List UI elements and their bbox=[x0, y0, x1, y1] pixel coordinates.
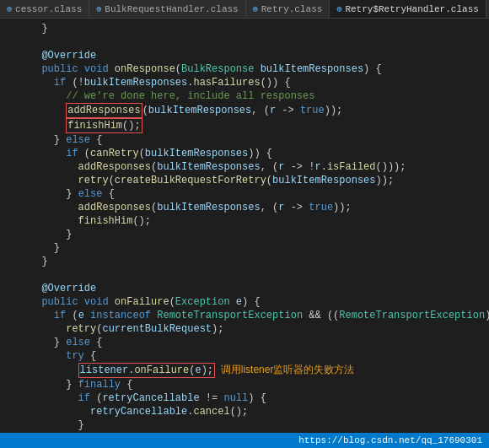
line-code: } finally { bbox=[30, 378, 489, 391]
code-line-addresponses3: addResponses(bulkItemResponses, (r -> tr… bbox=[0, 201, 489, 214]
code-line: } bbox=[0, 241, 489, 255]
code-line-override2: @Override bbox=[0, 282, 489, 295]
tab-icon-3: ⊕ bbox=[253, 4, 258, 14]
line-code: finishHim(); bbox=[30, 214, 489, 228]
code-line-onfailure: public void onFailure(Exception e) { bbox=[0, 295, 489, 309]
code-content: } @Override public void onResponse(BulkR… bbox=[0, 19, 489, 448]
code-line-comment1: // we're done here, include all response… bbox=[0, 89, 489, 103]
tab-icon-4: ⊕ bbox=[336, 4, 341, 14]
tab-cessor[interactable]: ⊕ cessor.class bbox=[0, 0, 89, 18]
code-line-cancel: retryCancellable.cancel(); bbox=[0, 405, 489, 418]
code-line: } bbox=[0, 22, 489, 35]
line-code: addResponses(bulkItemResponses, (r -> !r… bbox=[30, 160, 489, 174]
code-area: } @Override public void onResponse(BulkR… bbox=[0, 19, 489, 448]
code-line-else1: } else { bbox=[0, 133, 489, 147]
tab-retry[interactable]: ⊕ Retry.class bbox=[246, 0, 330, 18]
line-code: public void onFailure(Exception e) { bbox=[30, 295, 489, 309]
code-line bbox=[0, 268, 489, 282]
code-line-addresponses2: addResponses(bulkItemResponses, (r -> !r… bbox=[0, 160, 489, 174]
tab-label-2: BulkRequestHandler.class bbox=[105, 4, 238, 14]
line-code: if (canRetry(bulkItemResponses)) { bbox=[30, 147, 489, 160]
line-code: } bbox=[30, 22, 489, 35]
line-code: } else { bbox=[30, 133, 489, 147]
code-line-try: try { bbox=[0, 349, 489, 363]
code-line-retrycurrent: retry(currentBulkRequest); bbox=[0, 322, 489, 336]
code-line-finally: } finally { bbox=[0, 378, 489, 391]
code-line-override1: @Override bbox=[0, 49, 489, 62]
code-line-else3: } else { bbox=[0, 336, 489, 349]
line-code: retry(createBulkRequestForRetry(bulkItem… bbox=[30, 174, 489, 187]
line-code: // we're done here, include all response… bbox=[30, 89, 489, 103]
code-line-canretry: if (canRetry(bulkItemResponses)) { bbox=[0, 147, 489, 160]
code-line bbox=[0, 35, 489, 49]
line-code: if (retryCancellable != null) { bbox=[30, 391, 489, 405]
code-line-addresponses: addResponses(bulkItemResponses, (r -> tr… bbox=[0, 103, 489, 118]
status-bar: https://blog.csdn.net/qq_17690301 bbox=[0, 433, 489, 448]
line-code: } bbox=[30, 255, 489, 268]
line-code: public void onResponse(BulkResponse bulk… bbox=[30, 62, 489, 76]
tab-icon-1: ⊕ bbox=[7, 4, 12, 14]
code-line: } bbox=[0, 418, 489, 432]
line-code: listener.onFailure(e); 调用listener监听器的失败方… bbox=[30, 363, 489, 378]
tab-retry-handler[interactable]: ⊕ Retry$RetryHandler.class bbox=[330, 0, 486, 18]
code-line-listener-onfailure: listener.onFailure(e); 调用listener监听器的失败方… bbox=[0, 363, 489, 378]
line-code: @Override bbox=[30, 282, 489, 295]
line-code: } bbox=[30, 418, 489, 432]
tab-label-3: Retry.class bbox=[261, 4, 323, 14]
code-line-instanceof: if (e instanceof RemoteTransportExceptio… bbox=[0, 309, 489, 322]
line-code: addResponses(bulkItemResponses, (r -> tr… bbox=[30, 201, 489, 214]
tab-bar: ⊕ cessor.class ⊕ BulkRequestHandler.clas… bbox=[0, 0, 489, 19]
line-code: try { bbox=[30, 349, 489, 363]
code-line-onresponse: public void onResponse(BulkResponse bulk… bbox=[0, 62, 489, 76]
tab-icon-2: ⊕ bbox=[96, 4, 101, 14]
code-line-retrycancellable: if (retryCancellable != null) { bbox=[0, 391, 489, 405]
line-code: if (!bulkItemResponses.hasFailures()) { bbox=[30, 76, 489, 89]
code-line-retry: retry(createBulkRequestForRetry(bulkItem… bbox=[0, 174, 489, 187]
tab-label-1: cessor.class bbox=[15, 4, 82, 14]
line-code: retryCancellable.cancel(); bbox=[30, 405, 489, 418]
code-line-else2: } else { bbox=[0, 187, 489, 201]
code-line: } bbox=[0, 228, 489, 241]
line-code: retry(currentBulkRequest); bbox=[30, 322, 489, 336]
code-line-finishhim: finishHim(); bbox=[0, 118, 489, 133]
code-line-if1: if (!bulkItemResponses.hasFailures()) { bbox=[0, 76, 489, 89]
status-url: https://blog.csdn.net/qq_17690301 bbox=[298, 435, 482, 445]
code-line-finishhim2: finishHim(); bbox=[0, 214, 489, 228]
line-code: } bbox=[30, 228, 489, 241]
tab-bulkrequesthandler[interactable]: ⊕ BulkRequestHandler.class bbox=[89, 0, 245, 18]
line-code: @Override bbox=[30, 49, 489, 62]
line-code: } else { bbox=[30, 187, 489, 201]
line-code: } bbox=[30, 241, 489, 255]
line-code: finishHim(); bbox=[30, 118, 489, 133]
line-code: if (e instanceof RemoteTransportExceptio… bbox=[30, 309, 489, 322]
tab-label-4: Retry$RetryHandler.class bbox=[345, 4, 478, 14]
line-code: addResponses(bulkItemResponses, (r -> tr… bbox=[30, 103, 489, 118]
line-code: } else { bbox=[30, 336, 489, 349]
code-line: } bbox=[0, 255, 489, 268]
